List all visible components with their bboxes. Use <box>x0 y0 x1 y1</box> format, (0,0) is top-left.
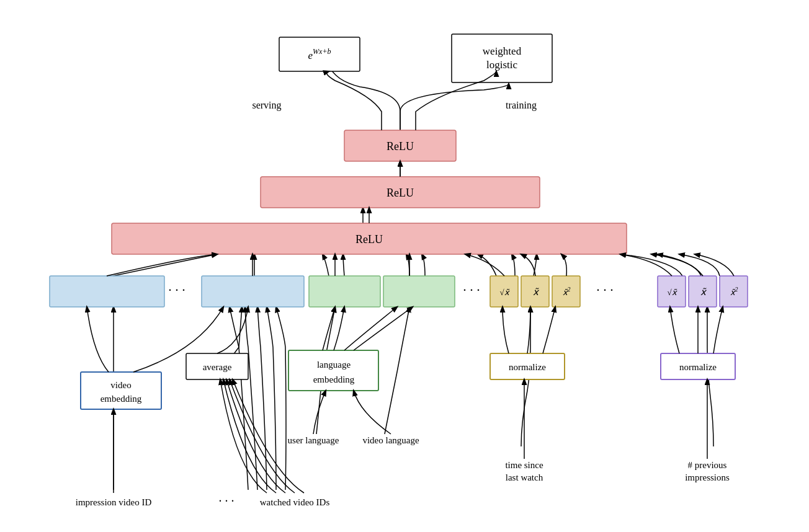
svg-rect-17 <box>288 350 378 391</box>
serving-label: serving <box>252 100 281 111</box>
relu-bot: ReLU <box>355 233 383 246</box>
svg-rect-5 <box>50 276 164 307</box>
normalize1-box: normalize <box>509 362 546 372</box>
prev-impressions-line2: impressions <box>685 472 730 482</box>
weighted-logistic-line1: weighted <box>483 45 522 57</box>
svg-rect-16 <box>81 372 161 409</box>
svg-rect-6 <box>202 276 304 307</box>
bottom-dots: · · · <box>219 494 235 508</box>
training-label: training <box>506 100 537 111</box>
svg-rect-0 <box>452 34 552 82</box>
video-embedding-line2: embedding <box>101 394 142 404</box>
time-since-line1: time since <box>505 460 543 470</box>
normalize2-box: normalize <box>679 362 717 372</box>
svg-rect-7 <box>309 276 380 307</box>
svg-rect-8 <box>383 276 455 307</box>
video-language-label: video language <box>362 435 419 445</box>
relu-top: ReLU <box>387 140 414 153</box>
prev-impressions-line1: # previous <box>688 460 727 470</box>
impression-video-id-label: impression video ID <box>76 497 152 507</box>
norm2-sqrt: √x̃ <box>667 288 677 297</box>
dots-row2: · · · <box>463 282 480 298</box>
diagram-container: weighted logistic eWx+b serving training… <box>0 0 809 532</box>
watched-video-ids-label: watched video IDs <box>260 497 330 507</box>
time-since-line2: last watch <box>506 472 543 482</box>
average-box: average <box>203 362 232 372</box>
dots-row1: · · · <box>168 282 185 298</box>
video-embedding-line1: video <box>110 380 131 390</box>
dots-row3: · · · <box>596 282 614 298</box>
language-embedding-line1: language <box>317 360 351 370</box>
norm1-sqrt: √x̃ <box>499 288 509 297</box>
language-embedding-line2: embedding <box>313 375 355 384</box>
weighted-logistic-line2: logistic <box>486 59 518 71</box>
user-language-label: user language <box>288 435 339 445</box>
architecture-diagram: weighted logistic eWx+b serving training… <box>0 0 809 532</box>
relu-mid: ReLU <box>387 187 414 199</box>
